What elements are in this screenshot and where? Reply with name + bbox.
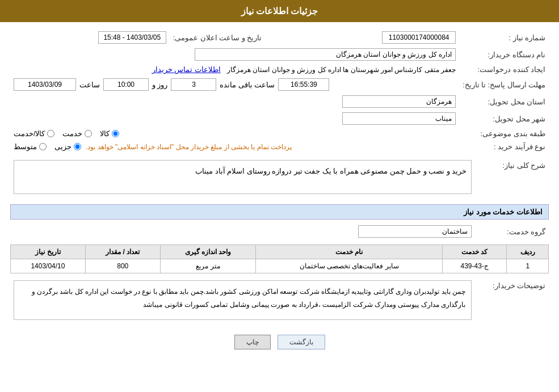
services-table: ردیف کد خدمت نام خدمت واحد اندازه گیری ت…: [10, 245, 549, 273]
category-radio-kala[interactable]: کالا: [100, 129, 119, 138]
service-group-label: گروه خدمت:: [475, 223, 549, 240]
col-row: ردیف: [507, 245, 549, 259]
deadline-label: مهلت ارسال پاسخ: تا تاریخ:: [459, 76, 549, 93]
province-label: استان محل تحویل:: [459, 93, 549, 110]
process-label: نوع فرآیند خرید :: [459, 140, 549, 153]
col-code: کد خدمت: [442, 245, 507, 259]
city-label: شهر محل تحویل:: [459, 110, 549, 127]
announce-date-input[interactable]: [98, 31, 166, 44]
category-radio-khadamat[interactable]: خدمت: [62, 129, 92, 138]
process-note: پرداخت تمام یا بخشی از مبلغ خریداز محل "…: [86, 143, 292, 151]
deadline-time-input[interactable]: [103, 78, 149, 91]
category-radio-kala-khadamat[interactable]: کالا/خدمت: [14, 129, 54, 138]
buyer-notes-value: چمن باید تولیدبران وداری گارانتی وتاییدی…: [32, 288, 465, 309]
services-section-header: اطلاعات خدمات مورد نیاز: [10, 204, 549, 220]
deadline-days-input[interactable]: [171, 78, 216, 91]
cell-row: 1: [507, 259, 549, 273]
description-value: خرید و نصب و حمل چمن مصنوعی همراه با یک …: [195, 167, 466, 175]
creator-label: ایجاد کننده درخواست:: [459, 63, 549, 76]
button-area: بازگشت چاپ: [10, 327, 549, 355]
deadline-remaining-input[interactable]: [278, 78, 329, 91]
announce-label: تاریخ و ساعت اعلان عمومی:: [170, 29, 265, 46]
buyer-org-input[interactable]: [195, 48, 456, 61]
cell-name: سایر فعالیت‌های تخصصی ساختمان: [256, 259, 442, 273]
service-group-input[interactable]: [358, 225, 472, 238]
buyer-org-label: نام دستگاه خریدار:: [459, 46, 549, 63]
col-date: تاریخ نیاز: [11, 245, 86, 259]
back-button[interactable]: بازگشت: [278, 335, 325, 349]
request-number-label: شماره نیاز :: [459, 29, 549, 46]
cell-unit: متر مربع: [160, 259, 256, 273]
page-title: جزئیات اطلاعات نیاز: [241, 6, 318, 16]
buyer-notes-label: توضیحات خریدار:: [475, 278, 549, 322]
deadline-days-label: روز و: [152, 81, 167, 89]
deadline-time-label: ساعت: [79, 81, 100, 89]
description-label: شرح کلی نیاز:: [475, 158, 549, 199]
buyer-notes-box: چمن باید تولیدبران وداری گارانتی وتاییدی…: [14, 280, 472, 320]
deadline-date-input[interactable]: [14, 78, 76, 91]
deadline-remaining-label: ساعت باقی مانده: [220, 81, 275, 89]
cell-code: ج-43-439: [442, 259, 507, 273]
category-label: طبقه بندی موضوعی:: [459, 127, 549, 140]
page-header: جزئیات اطلاعات نیاز: [0, 0, 559, 22]
col-qty: تعداد / مقدار: [85, 245, 160, 259]
col-name: نام خدمت: [256, 245, 442, 259]
table-row: 1 ج-43-439 سایر فعالیت‌های تخصصی ساختمان…: [11, 259, 549, 273]
process-radio-jozyi[interactable]: جزیی: [54, 142, 81, 151]
process-radio-motavaset[interactable]: متوسط: [14, 142, 47, 151]
contact-link[interactable]: اطلاعات تماس خریدار: [152, 66, 221, 74]
city-input[interactable]: [342, 112, 456, 125]
creator-value: جعفر متقی کارشناس امور شهرستان ها اداره …: [227, 66, 456, 74]
print-button[interactable]: چاپ: [234, 335, 271, 349]
province-input[interactable]: [342, 95, 456, 108]
request-number-input[interactable]: [382, 31, 456, 44]
cell-qty: 800: [85, 259, 160, 273]
description-box: خرید و نصب و حمل چمن مصنوعی همراه با یک …: [14, 160, 472, 194]
col-unit: واحد اندازه گیری: [160, 245, 256, 259]
cell-date: 1403/04/10: [11, 259, 86, 273]
